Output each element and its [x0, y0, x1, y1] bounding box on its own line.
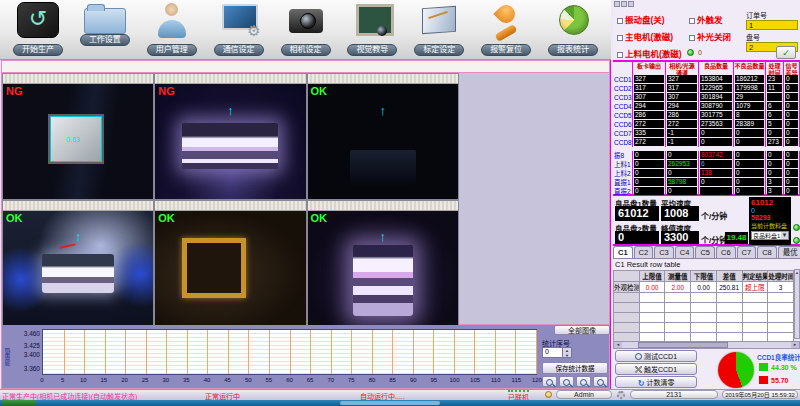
tab-C8[interactable]: C8: [757, 246, 777, 258]
table-cell: 301894: [699, 93, 734, 102]
all-images-button[interactable]: 全部图像: [554, 325, 610, 335]
table-cell: 272: [633, 138, 666, 147]
cell-value: 286: [667, 111, 697, 119]
tab-C3[interactable]: C3: [654, 246, 674, 258]
tab-C5[interactable]: C5: [695, 246, 715, 258]
-ccd1-button[interactable]: 触发CCD1: [615, 363, 697, 375]
checkbox-icon[interactable]: [617, 52, 623, 58]
confirm-button[interactable]: ✓: [776, 46, 796, 59]
toolbar-button-3[interactable]: 用户管理: [140, 2, 204, 59]
result-cell: [768, 313, 794, 323]
checkbox-icon[interactable]: [689, 18, 695, 24]
cell-value: 0: [634, 187, 664, 195]
tab-C4[interactable]: C4: [675, 246, 695, 258]
checkbox-icon[interactable]: [617, 18, 623, 24]
gear-icon[interactable]: [617, 391, 625, 399]
row-label: 上料1: [613, 160, 633, 169]
camera-panel-titlebar: [3, 74, 153, 84]
button-label: 计数清零: [647, 379, 675, 386]
table-cell: -1: [666, 138, 699, 147]
trend-plot[interactable]: [42, 329, 537, 375]
yield-rate-value: 19.48: [725, 232, 748, 244]
row-label: CCD4: [613, 102, 633, 111]
table-row: 上料200138000: [613, 169, 800, 178]
checkbox-icon[interactable]: [689, 35, 695, 41]
cell-value: 307: [634, 93, 664, 101]
cell-value: 0: [735, 138, 764, 146]
toolbar-button-6[interactable]: 视觉教导: [340, 2, 404, 59]
camera-panel-2[interactable]: NG↑: [154, 73, 306, 200]
toolbar-button-4[interactable]: 通信设定: [207, 2, 271, 59]
toolbar-button-8[interactable]: 报警复位: [474, 2, 538, 59]
result-column-header: 上限值: [639, 271, 665, 282]
start-button[interactable]: [2, 400, 36, 406]
result-cell: 2.00: [665, 282, 691, 293]
x-tick-label: 90: [410, 377, 417, 383]
table-cell: 0: [766, 151, 784, 160]
average-speed-unit: 个/分钟: [701, 210, 727, 221]
gridline: [105, 330, 106, 374]
x-tick-label: 85: [389, 377, 396, 383]
table-cell: 0: [766, 160, 784, 169]
zoom-region-icon[interactable]: [593, 376, 608, 387]
tab-C1[interactable]: C1: [613, 246, 633, 258]
switch-5[interactable]: 上料电机(激磁): [617, 47, 682, 59]
camera-panel-1[interactable]: NG0.63: [2, 73, 154, 200]
gridline: [125, 330, 126, 374]
tab-C6[interactable]: C6: [716, 246, 736, 258]
cell-value: 301775: [700, 111, 732, 119]
result-row-label: [614, 293, 640, 303]
result-table-hscrollbar[interactable]: ◄►: [613, 341, 800, 349]
--button[interactable]: ↻计数清零: [615, 376, 697, 388]
order-number-input[interactable]: 1: [746, 20, 798, 30]
taskbar-item[interactable]: [340, 401, 440, 405]
toolbar-button-2[interactable]: 工作设置: [73, 2, 137, 59]
zoom-out-icon[interactable]: [559, 376, 574, 387]
switch-1[interactable]: 振动盘(关): [617, 13, 665, 25]
tab-C2[interactable]: C2: [634, 246, 654, 258]
toolbar-button-label: 报表统计: [548, 44, 598, 56]
table-cell: 307: [633, 93, 666, 102]
checkbox-icon[interactable]: [617, 35, 623, 41]
machine-status-section: 订单号 1 盘号 2 ✓ 0 振动盘(关)外触发主电机(激磁)补光关闭上料电机(…: [613, 0, 800, 62]
result-section: C1 Result row table 上限值测量值下限值差值判定结果处理时间外…: [613, 259, 800, 349]
save-statistics-button[interactable]: 保存统计数据: [542, 362, 608, 374]
camera-panel-4[interactable]: OK↑: [2, 200, 154, 327]
result-cell: 0.00: [639, 282, 665, 293]
-ccd1-button[interactable]: 测试CCD1: [615, 350, 697, 362]
x-tick-label: 5: [61, 377, 64, 383]
result-table-title: C1 Result row table: [613, 259, 800, 270]
tray2-count-value: 0: [615, 231, 659, 244]
zoom-in-icon[interactable]: [542, 376, 557, 387]
toolbar-button-5[interactable]: 相机设定: [274, 2, 338, 59]
switch-4[interactable]: 补光关闭: [689, 30, 731, 42]
table-cell: 317: [633, 84, 666, 93]
switch-3[interactable]: 主电机(激磁): [617, 30, 673, 42]
os-taskbar[interactable]: [0, 400, 800, 406]
result-row-empty: [614, 293, 794, 303]
result-label: NG: [6, 85, 23, 97]
statistic-serial-spinner[interactable]: 0 ▲▼: [542, 347, 572, 358]
row-label: CCD6: [613, 120, 633, 129]
gridline: [310, 330, 311, 374]
camera-area-top-strip: [1, 60, 610, 72]
camera-panel-6[interactable]: OK↑: [307, 200, 459, 327]
toolbar-button-7[interactable]: 标定设定: [407, 2, 471, 59]
spinner-arrows-icon[interactable]: ▲▼: [562, 348, 571, 357]
tab-C7[interactable]: C7: [737, 246, 757, 258]
toolbar-button-9[interactable]: 报表统计: [541, 2, 605, 59]
camera-panel-5[interactable]: OK: [154, 200, 306, 327]
switch-2[interactable]: 外触发: [689, 13, 723, 25]
tab-最优[interactable]: 最优: [778, 246, 800, 258]
current-user[interactable]: Admin: [556, 390, 612, 399]
gridline: [372, 330, 373, 374]
table-cell: 272: [666, 120, 699, 129]
zoom-fit-icon[interactable]: [576, 376, 591, 387]
tools-icon: [635, 366, 642, 373]
result-table-vscrollbar[interactable]: ▲: [794, 269, 800, 339]
toolbar-button-1[interactable]: 开始生产: [6, 2, 70, 59]
camera-image-1: NG0.63: [3, 84, 153, 199]
camera-panel-3[interactable]: OK↑: [307, 73, 459, 200]
tray-select-dropdown[interactable]: 良品料盘1: [751, 231, 789, 240]
x-tick-label: 35: [183, 377, 190, 383]
